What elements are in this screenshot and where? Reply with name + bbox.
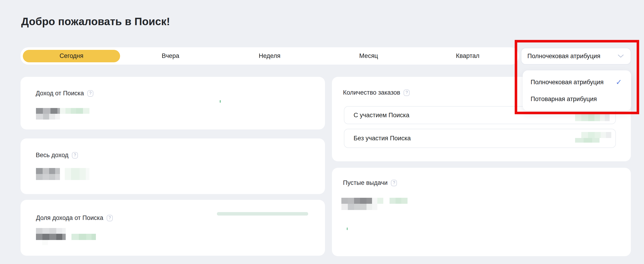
- card-title: Пустые выдачи: [343, 179, 388, 186]
- orders-row-label: Без участия Поиска: [354, 135, 411, 142]
- tab-label: Квартал: [456, 52, 480, 60]
- redacted-value: [36, 228, 66, 234]
- tab-label: Неделя: [258, 52, 280, 60]
- attribution-dropdown[interactable]: Полночековая атрибуция: [521, 48, 631, 65]
- tab-label: Сегодня: [60, 52, 83, 60]
- tab-week[interactable]: Неделя: [221, 50, 318, 62]
- card-title: Доход от Поиска: [36, 90, 84, 97]
- dashboard-page: Добро пожаловать в Поиск! Сегодня Вчера …: [0, 0, 644, 264]
- menu-item-label: Полночековая атрибуция: [530, 79, 616, 86]
- help-icon[interactable]: ?: [87, 90, 93, 97]
- tab-label: Вчера: [162, 52, 179, 60]
- redacted-value: [36, 108, 90, 114]
- chevron-down-icon: [618, 55, 624, 58]
- help-icon[interactable]: ?: [391, 180, 397, 186]
- menu-item-label: Потоварная атрибуция: [530, 96, 622, 103]
- redacted-value: [65, 168, 90, 180]
- card-title: Количество заказов: [343, 89, 400, 96]
- redacted-value: [390, 198, 408, 204]
- redacted-value: [36, 234, 66, 240]
- redacted-value: [575, 138, 600, 143]
- sparkline-dot: [220, 100, 221, 103]
- page-title: Добро пожаловать в Поиск!: [21, 15, 170, 28]
- card-search-revenue: Доход от Поиска ?: [20, 77, 325, 129]
- share-progress-bar: [217, 212, 308, 215]
- card-empty-serps: Пустые выдачи ?: [332, 168, 631, 256]
- help-icon[interactable]: ?: [404, 90, 410, 96]
- redacted-value: [581, 132, 611, 138]
- redacted-value: [72, 234, 96, 240]
- card-title: Доля дохода от Поиска: [36, 214, 103, 221]
- tab-yesterday[interactable]: Вчера: [122, 50, 219, 62]
- card-title: Весь доход: [36, 152, 68, 159]
- redacted-value: [36, 168, 60, 174]
- help-glyph: ?: [108, 215, 111, 220]
- sparkline-dot: [347, 227, 348, 230]
- help-glyph: ?: [74, 153, 76, 158]
- help-icon[interactable]: ?: [72, 152, 78, 159]
- redacted-value: [42, 240, 48, 245]
- help-glyph: ?: [89, 91, 92, 96]
- attribution-selected-label: Полночековая атрибуция: [527, 53, 618, 60]
- menu-item-per-item-attribution[interactable]: Потоварная атрибуция: [523, 91, 631, 108]
- redacted-value: [36, 174, 60, 180]
- attribution-menu: Полночековая атрибуция ✓ Потоварная атри…: [523, 70, 631, 111]
- card-revenue-share: Доля дохода от Поиска ?: [20, 200, 325, 256]
- help-icon[interactable]: ?: [107, 215, 113, 221]
- help-glyph: ?: [406, 90, 408, 95]
- redacted-value: [341, 204, 377, 210]
- period-tabbar: Сегодня Вчера Неделя Месяц Квартал: [20, 47, 518, 65]
- redacted-value: [341, 198, 377, 204]
- check-icon: ✓: [616, 79, 622, 86]
- redacted-value: [575, 112, 610, 121]
- menu-item-full-receipt-attribution[interactable]: Полночековая атрибуция ✓: [523, 74, 631, 91]
- tab-quarter[interactable]: Квартал: [419, 50, 516, 62]
- tab-today[interactable]: Сегодня: [23, 50, 120, 62]
- tab-label: Месяц: [359, 52, 378, 60]
- redacted-value: [377, 198, 383, 204]
- tab-month[interactable]: Месяц: [320, 50, 417, 62]
- card-total-revenue: Весь доход ?: [20, 138, 325, 194]
- orders-row-label: С участием Поиска: [354, 112, 409, 119]
- redacted-value: [36, 114, 60, 120]
- help-glyph: ?: [393, 180, 395, 185]
